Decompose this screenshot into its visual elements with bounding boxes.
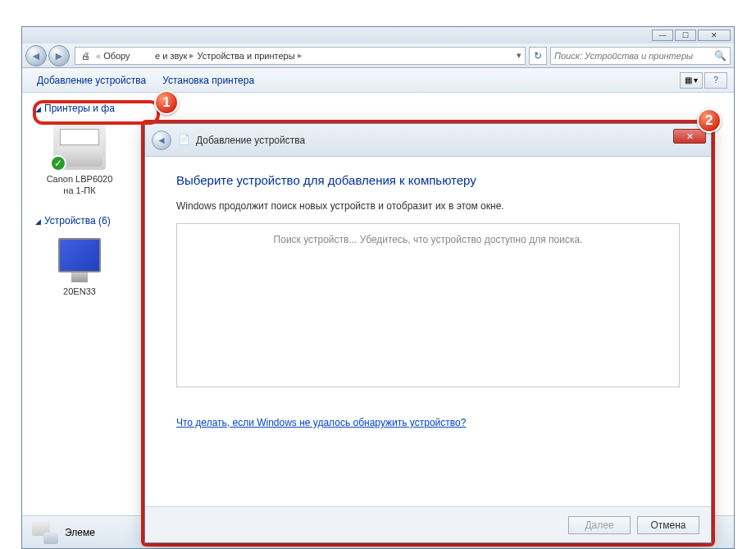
printer-location: на 1-ПК: [63, 185, 95, 195]
dialog-footer: Далее Отмена: [145, 506, 711, 542]
view-options-button[interactable]: ▦ ▾: [680, 72, 703, 89]
maximize-button[interactable]: ☐: [675, 30, 696, 41]
close-button[interactable]: ✕: [698, 30, 731, 41]
device-label: 20EN33: [39, 286, 121, 297]
breadcrumb-part3: Устройства и принтеры: [197, 51, 294, 61]
status-text: Элеме: [65, 527, 95, 538]
breadcrumb-part1: Обору: [103, 51, 130, 61]
printer-item[interactable]: ✓ Canon LBP6020 на 1-ПК: [39, 124, 121, 197]
window-titlebar: — ☐ ✕: [22, 27, 734, 43]
nav-back-button[interactable]: ◄: [25, 45, 47, 66]
toolbar: Добавление устройства Установка принтера…: [22, 68, 734, 93]
refresh-button[interactable]: ↻: [529, 47, 547, 65]
dialog-back-button[interactable]: ◄: [152, 130, 171, 150]
printer-name: Canon LBP6020: [47, 174, 113, 184]
next-button: Далее: [568, 516, 631, 534]
dialog-close-button[interactable]: ✕: [673, 129, 706, 144]
devices-icon: 🖨: [79, 49, 92, 62]
annotation-badge-2: 2: [697, 108, 722, 133]
default-check-icon: ✓: [50, 155, 66, 172]
add-device-dialog: ◄ 📄 Добавление устройства ✕ Выберите уст…: [144, 123, 712, 543]
device-results-list: Поиск устройств... Убедитесь, что устрой…: [176, 223, 680, 387]
add-device-icon: 📄: [178, 134, 191, 147]
monitor-icon: [53, 236, 106, 282]
cancel-button[interactable]: Отмена: [637, 516, 699, 534]
dialog-heading: Выберите устройство для добавления к ком…: [176, 173, 680, 187]
search-icon: 🔍: [714, 50, 726, 62]
searching-text: Поиск устройств... Убедитесь, что устрой…: [184, 234, 672, 245]
help-link[interactable]: Что делать, если Windows не удалось обна…: [176, 417, 466, 428]
annotation-badge-1: 1: [154, 90, 179, 115]
annotation-ring-1: [33, 100, 160, 125]
nav-forward-button[interactable]: ►: [48, 45, 70, 66]
install-printer-button[interactable]: Установка принтера: [154, 71, 262, 89]
group-devices-label: Устройства (6): [44, 215, 111, 226]
status-devices-icon: [32, 521, 58, 544]
help-button[interactable]: ?: [704, 72, 727, 89]
minimize-button[interactable]: —: [652, 30, 673, 41]
device-item[interactable]: 20EN33: [39, 236, 121, 297]
dialog-header: ◄ 📄 Добавление устройства ✕: [145, 124, 711, 157]
printer-icon: ✓: [53, 124, 106, 170]
dialog-title: Добавление устройства: [196, 135, 305, 146]
search-box[interactable]: 🔍: [550, 47, 731, 65]
breadcrumb[interactable]: 🖨 « Обору дован е и звук ▸ Устройства и …: [75, 47, 526, 65]
search-input[interactable]: [554, 51, 714, 61]
address-bar: ◄ ► 🖨 « Обору дован е и звук ▸ Устройств…: [22, 43, 734, 68]
dialog-body-text: Windows продолжит поиск новых устройств …: [176, 200, 680, 212]
breadcrumb-part2: е и звук: [155, 51, 187, 61]
add-device-button[interactable]: Добавление устройства: [29, 71, 154, 89]
